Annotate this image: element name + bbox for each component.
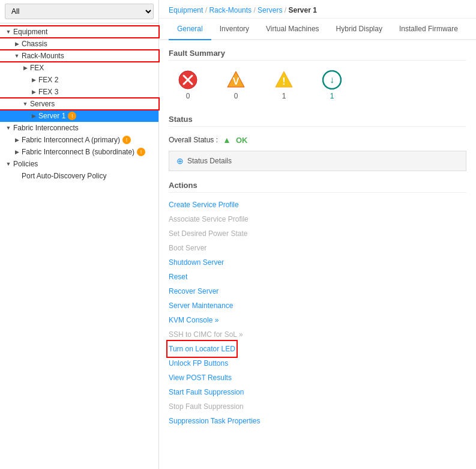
status-details-label: Status Details	[187, 157, 232, 165]
status-details-button[interactable]: ⊕ Status Details	[169, 151, 466, 171]
expand-icon-fabric-b: ▶	[13, 148, 20, 156]
tree-item-fabric-a[interactable]: ▶Fabric Interconnect A (primary)!	[0, 134, 158, 146]
tree-item-server1[interactable]: ▶Server 1!	[0, 110, 158, 122]
fault-summary-row: 0 V 0 ! 1 ↓ 1	[169, 65, 466, 105]
status-title: Status	[169, 115, 466, 127]
svg-text:↓: ↓	[330, 74, 334, 85]
tree-item-fex2[interactable]: ▶FEX 2	[0, 74, 158, 86]
tab-general[interactable]: General	[169, 19, 211, 40]
tree-item-servers[interactable]: ▼Servers	[0, 98, 158, 110]
fault-minor-count: 1	[282, 92, 286, 100]
status-arrow-icon: ▲	[223, 135, 231, 145]
expand-icon-fex3: ▶	[30, 88, 37, 95]
tree-item-port-auto[interactable]: Port Auto-Discovery Policy	[0, 170, 158, 182]
action-boot-server: Boot Server	[169, 241, 466, 255]
tabs: GeneralInventoryVirtual MachinesHybrid D…	[159, 19, 476, 40]
main-content: Equipment / Rack-Mounts / Servers / Serv…	[159, 0, 476, 469]
fault-minor: ! 1	[274, 70, 294, 100]
expand-icon-port-auto	[13, 172, 20, 180]
tree-label-fabric-b: Fabric Interconnect B (subordinate)	[22, 148, 134, 156]
expand-icon-server1: ▶	[30, 112, 37, 120]
tree-label-port-auto: Port Auto-Discovery Policy	[22, 172, 106, 180]
tree-label-fabric-a: Fabric Interconnect A (primary)	[22, 136, 120, 144]
expand-icon-servers: ▼	[22, 100, 29, 107]
action-view-post-results[interactable]: View POST Results	[169, 371, 466, 385]
sidebar-header: All	[0, 0, 158, 23]
action-reset[interactable]: Reset	[169, 270, 466, 284]
locator-led-wrapper: Turn on Locator LED	[169, 342, 235, 356]
fabric-badge-fabric-a: !	[122, 136, 131, 144]
tree-item-fex[interactable]: ▶FEX	[0, 62, 158, 74]
tree-item-policies[interactable]: ▼Policies	[0, 158, 158, 170]
fault-summary-title: Fault Summary	[169, 49, 466, 61]
action-stop-fault-suppression: Stop Fault Suppression	[169, 399, 466, 414]
status-overall: Overall Status : ▲ OK	[169, 132, 466, 148]
plus-icon: ⊕	[176, 156, 184, 166]
status-label: Overall Status :	[169, 136, 218, 144]
tree-item-chassis[interactable]: ▶Chassis	[0, 38, 158, 50]
action-create-service-profile[interactable]: Create Service Profile	[169, 198, 466, 212]
action-unlock-fp-buttons[interactable]: Unlock FP Buttons	[169, 356, 466, 371]
breadcrumb: Equipment / Rack-Mounts / Servers / Serv…	[159, 0, 476, 19]
expand-icon-fex2: ▶	[30, 76, 37, 83]
expand-icon-policies: ▼	[5, 160, 12, 168]
fault-info: ↓ 1	[322, 70, 342, 100]
status-section: Status Overall Status : ▲ OK ⊕ Status De…	[169, 115, 466, 171]
fabric-badge-fabric-b: !	[137, 148, 145, 156]
tree-label-fex3: FEX 3	[38, 88, 58, 96]
action-suppression-task-properties[interactable]: Suppression Task Properties	[169, 414, 466, 428]
tree-label-server1: Server 1	[38, 112, 65, 120]
tree: ▼Equipment▶Chassis▼Rack-Mounts▶FEX▶FEX 2…	[0, 23, 158, 469]
action-ssh-to-cimc-for-sol-: SSH to CIMC for SoL »	[169, 327, 466, 342]
fault-major-count: 0	[234, 92, 238, 100]
tree-label-rack-mounts: Rack-Mounts	[22, 52, 64, 60]
tree-label-policies: Policies	[13, 160, 38, 168]
tree-item-fabric-interconnects[interactable]: ▼Fabric Interconnects	[0, 122, 158, 134]
expand-icon-chassis: ▶	[13, 40, 20, 47]
actions-title: Actions	[169, 181, 466, 193]
fault-info-icon: ↓	[322, 70, 342, 89]
tree-label-fex: FEX	[30, 64, 44, 72]
item-badge-server1: !	[68, 112, 76, 120]
breadcrumb-rack-mounts[interactable]: Rack-Mounts	[209, 6, 252, 14]
fault-critical-icon	[178, 70, 197, 89]
filter-select[interactable]: All	[5, 4, 154, 19]
tree-item-fabric-b[interactable]: ▶Fabric Interconnect B (subordinate)!	[0, 146, 158, 158]
svg-text:V: V	[233, 76, 240, 86]
action-turn-on-locator-led[interactable]: Turn on Locator LED	[169, 342, 235, 356]
sidebar: All ▼Equipment▶Chassis▼Rack-Mounts▶FEX▶F…	[0, 0, 159, 469]
main-panel: Fault Summary 0 V 0 !	[159, 40, 476, 469]
tree-label-servers: Servers	[30, 100, 55, 108]
breadcrumb-servers[interactable]: Servers	[258, 6, 282, 14]
tree-item-equipment[interactable]: ▼Equipment	[0, 26, 158, 38]
tab-inventory[interactable]: Inventory	[211, 19, 258, 40]
tree-label-equipment: Equipment	[13, 28, 47, 36]
tab-virtual-machines[interactable]: Virtual Machines	[258, 19, 328, 40]
breadcrumb-equipment[interactable]: Equipment	[169, 6, 203, 14]
tree-label-fex2: FEX 2	[38, 76, 58, 84]
expand-icon-fabric-a: ▶	[13, 136, 20, 144]
action-set-desired-power-state: Set Desired Power State	[169, 226, 466, 241]
fault-critical: 0	[178, 70, 197, 100]
expand-icon-fex: ▶	[22, 64, 29, 71]
tree-label-fabric-interconnects: Fabric Interconnects	[13, 124, 79, 132]
fault-major: V 0	[226, 70, 246, 100]
action-kvm-console-[interactable]: KVM Console »	[169, 313, 466, 327]
tree-item-fex3[interactable]: ▶FEX 3	[0, 86, 158, 98]
tab-hybrid-display[interactable]: Hybrid Display	[328, 19, 391, 40]
fault-critical-count: 0	[186, 92, 190, 100]
fault-major-icon: V	[226, 70, 246, 89]
action-server-maintenance[interactable]: Server Maintenance	[169, 298, 466, 313]
fault-info-count: 1	[330, 92, 334, 100]
action-start-fault-suppression[interactable]: Start Fault Suppression	[169, 385, 466, 399]
action-recover-server[interactable]: Recover Server	[169, 284, 466, 298]
expand-icon-fabric-interconnects: ▼	[5, 124, 12, 132]
breadcrumb-current: Server 1	[288, 6, 316, 14]
tab-installed-firmware[interactable]: Installed Firmware	[391, 19, 466, 40]
action-associate-service-profile: Associate Service Profile	[169, 212, 466, 226]
expand-icon-equipment: ▼	[5, 28, 12, 35]
tree-item-rack-mounts[interactable]: ▼Rack-Mounts	[0, 50, 158, 62]
expand-icon-rack-mounts: ▼	[13, 52, 20, 59]
actions-list: Create Service ProfileAssociate Service …	[169, 198, 466, 428]
action-shutdown-server[interactable]: Shutdown Server	[169, 255, 466, 270]
